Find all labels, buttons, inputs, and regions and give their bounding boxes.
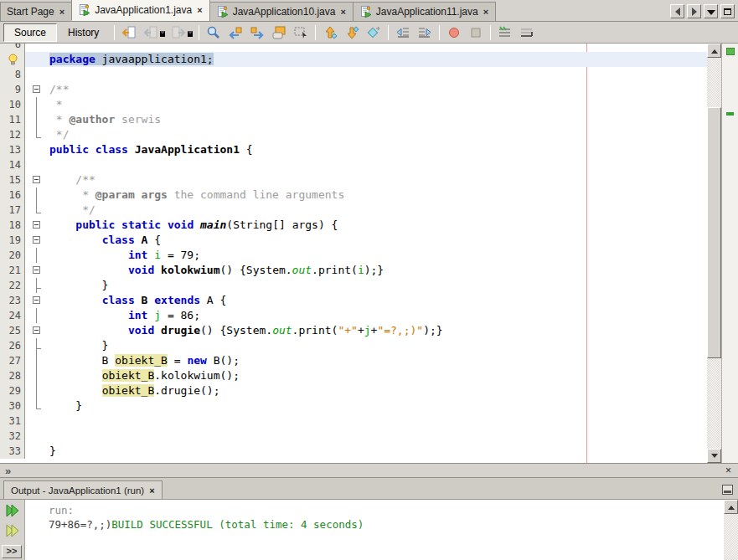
stop-macro-button[interactable] bbox=[466, 23, 486, 42]
fold-minus-icon[interactable] bbox=[33, 176, 40, 183]
expand-chevron-icon[interactable]: » bbox=[5, 465, 9, 477]
next-bookmark-button[interactable] bbox=[342, 23, 362, 42]
fold-minus-icon[interactable] bbox=[33, 266, 40, 274]
scrollbar-thumb[interactable] bbox=[707, 107, 721, 358]
code-text[interactable]: */ bbox=[46, 127, 707, 142]
code-fold-toggle[interactable] bbox=[25, 218, 46, 233]
code-line-16[interactable]: 16 * @param args the command line argume… bbox=[0, 188, 707, 203]
code-line-9[interactable]: 9/** bbox=[0, 82, 707, 97]
output-minimize-button[interactable] bbox=[722, 485, 733, 495]
output-expand-button[interactable]: >> bbox=[2, 545, 22, 558]
code-line-18[interactable]: 18 public static void main(String[] args… bbox=[0, 218, 707, 233]
code-text[interactable]: package javaapplication1; bbox=[46, 52, 707, 67]
fold-minus-icon[interactable] bbox=[33, 326, 40, 334]
gutter-hint-cell[interactable] bbox=[0, 52, 25, 67]
code-line-26[interactable]: 26 } bbox=[0, 338, 707, 353]
scrollbar-down-button[interactable] bbox=[707, 449, 721, 463]
code-text[interactable]: * bbox=[46, 97, 707, 112]
find-next-button[interactable] bbox=[247, 23, 267, 42]
jump-last-edit-button[interactable] bbox=[119, 23, 139, 42]
tab-javaapplication1-java[interactable]: JavaApplication1.java× bbox=[71, 0, 210, 21]
code-line-28[interactable]: 28 obiekt_B.kolokwium(); bbox=[0, 368, 707, 383]
scroll-tabs-right-button[interactable] bbox=[687, 4, 701, 18]
code-fold-toggle[interactable] bbox=[25, 293, 46, 308]
record-macro-button[interactable] bbox=[444, 23, 464, 42]
code-line-14[interactable]: 14 bbox=[0, 157, 707, 172]
shift-line-right-button[interactable] bbox=[415, 23, 435, 42]
scrollbar-up-button[interactable] bbox=[707, 44, 721, 58]
code-text[interactable]: class A { bbox=[46, 233, 707, 248]
output-scrollbar[interactable] bbox=[724, 500, 738, 560]
code-text[interactable]: } bbox=[46, 338, 707, 353]
output-text[interactable]: run:79+86=?,;)BUILD SUCCESSFUL (total ti… bbox=[26, 503, 723, 532]
find-button[interactable] bbox=[204, 23, 224, 42]
code-line-30[interactable]: 30 } bbox=[0, 398, 707, 414]
editor-vertical-scrollbar[interactable] bbox=[707, 44, 721, 463]
tab-javaapplication11-java[interactable]: JavaApplication11.java× bbox=[353, 2, 496, 21]
rectangular-selection-button[interactable] bbox=[291, 23, 311, 42]
rerun-alt-button[interactable] bbox=[3, 521, 23, 540]
fold-minus-icon[interactable] bbox=[33, 85, 40, 93]
code-text[interactable]: obiekt_B.drugie(); bbox=[46, 383, 707, 398]
code-text[interactable]: */ bbox=[46, 203, 707, 218]
code-text[interactable]: obiekt_B.kolokwium(); bbox=[46, 368, 707, 383]
code-fold-toggle[interactable] bbox=[25, 323, 46, 338]
output-scrollbar-up-button[interactable] bbox=[724, 500, 738, 514]
code-text[interactable]: void kolokwium() {System.out.print(i);} bbox=[46, 263, 707, 278]
code-line-20[interactable]: 20 int i = 79; bbox=[0, 248, 707, 263]
code-line-8[interactable]: 8 bbox=[0, 67, 707, 82]
code-text[interactable] bbox=[46, 44, 707, 52]
code-line-21[interactable]: 21 void kolokwium() {System.out.print(i)… bbox=[0, 263, 707, 278]
code-line-25[interactable]: 25 void drugie() {System.out.print("+"+j… bbox=[0, 323, 707, 338]
fold-minus-icon[interactable] bbox=[33, 221, 40, 229]
code-line-22[interactable]: 22 } bbox=[0, 278, 707, 293]
code-text[interactable]: void drugie() {System.out.print("+"+j+"=… bbox=[46, 323, 707, 338]
code-text[interactable]: public static void main(String[] args) { bbox=[46, 218, 707, 233]
back-button[interactable] bbox=[141, 23, 167, 42]
code-line-17[interactable]: 17 */ bbox=[0, 203, 707, 218]
code-text[interactable]: * @author serwis bbox=[46, 112, 707, 127]
code-editor[interactable]: 6package javaapplication1;89/**10 *11 * … bbox=[0, 44, 707, 463]
tab-close-icon[interactable]: × bbox=[196, 6, 203, 14]
code-text[interactable] bbox=[46, 414, 707, 429]
shift-line-left-button[interactable] bbox=[393, 23, 413, 42]
code-text[interactable]: } bbox=[46, 398, 707, 414]
code-line-31[interactable]: 31 bbox=[0, 414, 707, 429]
code-text[interactable]: class B extends A { bbox=[46, 293, 707, 308]
history-view-button[interactable]: History bbox=[57, 23, 110, 42]
fold-minus-icon[interactable] bbox=[33, 296, 40, 304]
find-previous-button[interactable] bbox=[225, 23, 245, 42]
code-line-7[interactable]: package javaapplication1; bbox=[0, 52, 707, 67]
error-stripe[interactable] bbox=[721, 44, 738, 463]
code-line-10[interactable]: 10 * bbox=[0, 97, 707, 112]
forward-button[interactable] bbox=[168, 23, 194, 42]
tab-start-page[interactable]: Start Page× bbox=[0, 2, 72, 21]
fold-minus-icon[interactable] bbox=[33, 236, 40, 244]
code-text[interactable] bbox=[46, 67, 707, 82]
code-line-24[interactable]: 24 int j = 86; bbox=[0, 308, 707, 323]
code-text[interactable]: B obiekt_B = new B(); bbox=[46, 353, 707, 368]
hint-lightbulb-icon[interactable] bbox=[8, 54, 18, 65]
code-line-29[interactable]: 29 obiekt_B.drugie(); bbox=[0, 383, 707, 398]
code-line-23[interactable]: 23 class B extends A { bbox=[0, 293, 707, 308]
comment-button[interactable] bbox=[495, 23, 515, 42]
code-text[interactable]: int i = 79; bbox=[46, 248, 707, 263]
code-text[interactable] bbox=[46, 429, 707, 444]
rerun-button[interactable] bbox=[3, 501, 23, 520]
code-line-15[interactable]: 15 /** bbox=[0, 172, 707, 188]
maximize-button[interactable] bbox=[720, 4, 735, 18]
tab-close-icon[interactable]: × bbox=[339, 8, 346, 16]
code-line-6[interactable]: 6 bbox=[0, 44, 707, 52]
code-line-11[interactable]: 11 * @author serwis bbox=[0, 112, 707, 127]
code-line-33[interactable]: 33} bbox=[0, 444, 707, 459]
code-fold-toggle[interactable] bbox=[25, 172, 46, 188]
code-fold-toggle[interactable] bbox=[25, 233, 46, 248]
code-text[interactable]: } bbox=[46, 278, 707, 293]
code-fold-toggle[interactable] bbox=[25, 263, 46, 278]
source-view-button[interactable]: Source bbox=[3, 23, 57, 42]
strip-close-icon[interactable]: × bbox=[725, 465, 731, 476]
uncomment-button[interactable] bbox=[517, 23, 537, 42]
code-fold-toggle[interactable] bbox=[25, 82, 46, 97]
output-tab-close-icon[interactable]: × bbox=[149, 486, 154, 496]
code-line-19[interactable]: 19 class A { bbox=[0, 233, 707, 248]
